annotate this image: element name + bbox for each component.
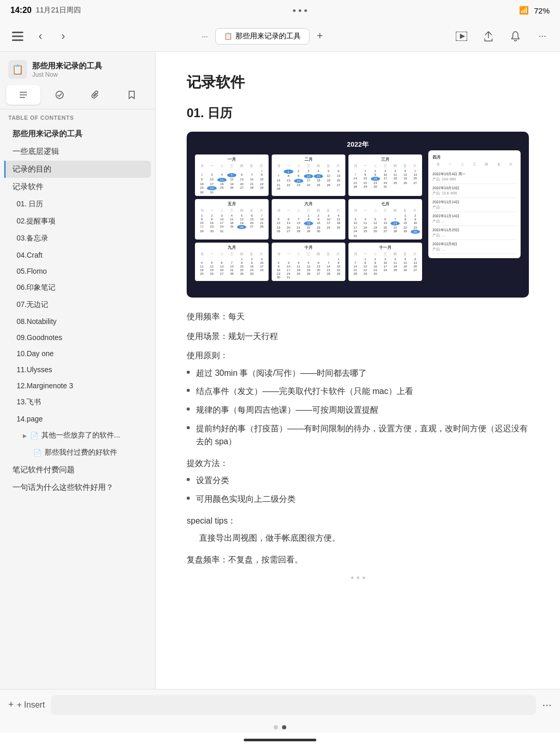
sidebar-header: 📋 那些用来记录的工具 Just Now <box>0 52 155 83</box>
sidebar-tools <box>0 83 155 109</box>
status-bar: 14:20 11月21日周四 📶 72% <box>0 0 560 21</box>
add-tab-button[interactable]: + <box>312 27 328 45</box>
cal-month-feb: 二月 日一二三四五六 123456 78910111213 1415161718… <box>272 154 345 196</box>
insert-label: + Insert <box>17 700 45 710</box>
sidebar-item-ulysses[interactable]: 11.Ulysses <box>4 362 151 377</box>
scroll-dot-1 <box>351 576 354 579</box>
sidebar-item-reminders[interactable]: 02.提醒事项 <box>4 213 151 230</box>
outline-tool-button[interactable] <box>6 85 40 105</box>
sidebar-item-notability[interactable]: 08.Notability <box>4 314 151 329</box>
status-bar-center <box>293 9 307 12</box>
active-indicator <box>4 161 6 178</box>
sidebar-item-goodnotes[interactable]: 09.Goodnotes <box>4 330 151 345</box>
bullet-text-1: 超过 30min 事（阅读/写作）——时间都去哪了 <box>196 367 367 380</box>
bullet-item-2: 结点事件（发文）——完美取代打卡软件（只能 mac）上看 <box>187 385 529 398</box>
sidebar-item-dayone[interactable]: 10.Day one <box>4 346 151 361</box>
sidebar-document-subtitle: Just Now <box>32 71 147 78</box>
page-dot-1 <box>274 725 278 729</box>
nav-group-paid: 📄 那些我付过费的好软件 <box>23 448 143 457</box>
more-options-button[interactable]: ··· <box>533 27 552 46</box>
sidebar-item-evernote[interactable]: 06.印象笔记 <box>4 279 151 296</box>
calendar-image: 2022年 一月 日一二三四五六 1 2345678 9101112131415… <box>187 132 529 298</box>
content-area: 📋 那些用来记录的工具 Just Now <box>0 52 560 689</box>
tab-bar: ··· 📋 那些用来记录的工具 + <box>197 27 328 45</box>
signal-dot-1 <box>293 9 296 12</box>
insert-input-field[interactable] <box>51 695 536 715</box>
sidebar-item-bottom-logic[interactable]: 一些底层逻辑 <box>4 143 151 160</box>
sidebar-item-calendar[interactable]: 01. 日历 <box>4 196 151 213</box>
insert-button[interactable]: + + Insert <box>8 699 45 710</box>
sidebar-toggle-button[interactable] <box>8 27 27 46</box>
sidebar-item-page[interactable]: 14.page <box>4 411 151 427</box>
sidebar-item-craft[interactable]: 04.Craft <box>4 247 151 263</box>
section-title: 记录软件 <box>187 73 529 92</box>
wifi-icon: 📶 <box>519 6 529 15</box>
sidebar-item-feishu[interactable]: 13.飞书 <box>4 394 151 411</box>
doc-icon-paid: 📄 <box>33 449 41 457</box>
main-content[interactable]: 记录软件 01. 日历 2022年 一月 日一二三四五六 1 2345678 9… <box>156 52 560 689</box>
tab-title: 那些用来记录的工具 <box>235 32 301 41</box>
bullet-item-3: 规律的事（每周四吉他课）——可按周期设置提醒 <box>187 403 529 417</box>
cal-month-may: 五月 日一二三四五六 1234567 891011121314 15161718… <box>195 199 269 239</box>
status-bar-right: 📶 72% <box>519 6 550 15</box>
share-button[interactable] <box>479 27 498 46</box>
toolbar-left: ‹ › <box>8 27 73 46</box>
attachment-tool-button[interactable] <box>79 85 113 105</box>
forward-button[interactable]: › <box>54 27 73 46</box>
scroll-dot-2 <box>357 576 359 579</box>
section-heading: 01. 日历 <box>187 105 529 121</box>
sidebar-item-billing[interactable]: 笔记软件付费问题 <box>4 461 151 478</box>
usage-scene: 使用场景：规划一天行程 <box>187 330 529 343</box>
scroll-dots <box>187 572 529 583</box>
sidebar-item-wubianji[interactable]: 07.无边记 <box>4 297 151 313</box>
review-freq: 复盘频率：不复盘，按需回看。 <box>187 553 529 567</box>
bell-button[interactable] <box>506 27 525 46</box>
special-tips-label: special tips： <box>187 514 529 528</box>
page-dots <box>0 720 560 732</box>
chevron-icon: ▶ <box>23 433 27 439</box>
sidebar-item-marginenote[interactable]: 12.Marginenote 3 <box>4 378 151 393</box>
toc-label: TABLE OF CONTENTS <box>0 109 155 123</box>
bullet-dot-3 <box>187 407 190 411</box>
bullet-text-2: 结点事件（发文）——完美取代打卡软件（只能 mac）上看 <box>196 385 413 398</box>
sidebar-item-why-good[interactable]: 一句话为什么这些软件好用？ <box>4 479 151 496</box>
bookmark-tool-button[interactable] <box>115 85 149 105</box>
usage-bullets: 超过 30min 事（阅读/写作）——时间都去哪了 结点事件（发文）——完美取代… <box>187 367 529 448</box>
active-tab[interactable]: 📋 那些用来记录的工具 <box>215 28 310 45</box>
usage-freq: 使用频率：每天 <box>187 310 529 323</box>
sidebar-item-flomo[interactable]: 05.Flomo <box>4 263 151 279</box>
sidebar-item-record-purpose[interactable]: 记录的目的 <box>4 161 151 178</box>
bottom-more-button[interactable]: ··· <box>542 698 552 712</box>
sidebar-item-paid[interactable]: 📄 那些我付过费的好软件 <box>4 444 151 461</box>
sidebar-item-record-software[interactable]: 记录软件 <box>4 178 151 195</box>
battery-text: 72% <box>534 6 550 15</box>
bullet-dot-4 <box>187 426 190 429</box>
toolbar-right: ··· <box>452 27 552 46</box>
tab-ellipsis-button[interactable]: ··· <box>197 29 213 44</box>
sidebar-item-notes[interactable]: 03.备忘录 <box>4 230 151 247</box>
tips-bullets: 设置分类 可用颜色实现向上二级分类 <box>187 474 529 505</box>
sidebar-item-abandoned[interactable]: ▶ 📄 其他一些放弃了的软件... <box>4 427 151 444</box>
tips-text-1: 设置分类 <box>196 474 229 487</box>
special-tips-content: 直接导出周视图，做手帐底图很方便。 <box>199 531 529 545</box>
scroll-dot-3 <box>362 576 365 579</box>
sidebar-nav[interactable]: 那些用来记录的工具 一些底层逻辑 记录的目的 记录软件 01. 日历 02.提醒… <box>0 123 155 689</box>
back-button[interactable]: ‹ <box>31 27 50 46</box>
signal-dot-3 <box>304 9 307 12</box>
svg-rect-2 <box>12 39 23 41</box>
toolbar: ‹ › ··· 📋 那些用来记录的工具 + ··· <box>0 21 560 52</box>
nav-group-abandoned: ▶ 📄 其他一些放弃了的软件... <box>23 431 143 440</box>
tips-item-1: 设置分类 <box>187 474 529 487</box>
sidebar-item-main-title[interactable]: 那些用来记录的工具 <box>4 125 151 143</box>
svg-marker-4 <box>460 34 465 39</box>
tips-dot-2 <box>187 497 190 500</box>
svg-point-8 <box>56 91 63 98</box>
tips-item-2: 可用颜色实现向上二级分类 <box>187 492 529 506</box>
signal-dot-2 <box>299 9 301 12</box>
tips-dot-1 <box>187 478 190 481</box>
check-tool-button[interactable] <box>43 85 77 105</box>
video-button[interactable] <box>452 27 471 46</box>
bullet-dot-2 <box>187 389 190 392</box>
status-date: 11月21日周四 <box>36 6 81 15</box>
cal-month-jul: 七月 日一二三四五六 12 3456789 10111213141516 171… <box>348 199 422 239</box>
